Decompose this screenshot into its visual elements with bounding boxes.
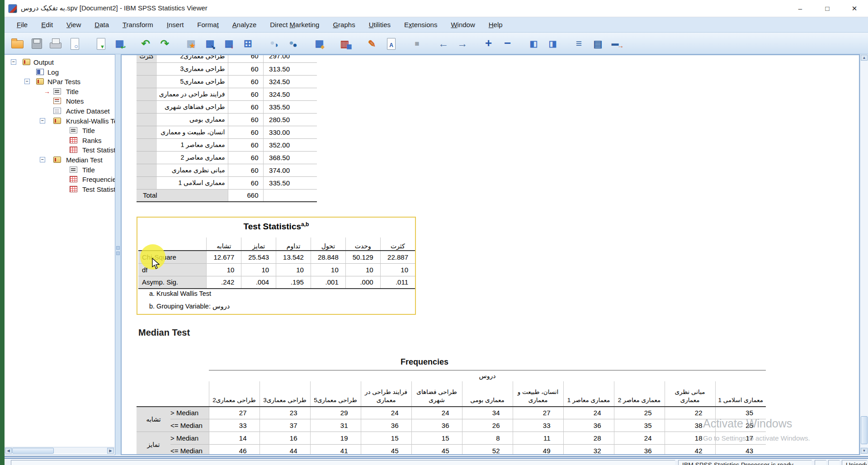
show-outline-icon-glyph: ≡ [576, 38, 582, 48]
back-icon[interactable]: ← [435, 35, 452, 52]
freq-value-cell: 42 [665, 445, 715, 456]
pivot-table-icon-glyph: ▦ [346, 43, 352, 49]
scroll-down-icon[interactable]: ▼ [861, 448, 868, 454]
export-output-icon[interactable]: ▬→ [609, 35, 625, 52]
goto-case-icon[interactable]: ▦↘ [202, 35, 218, 52]
menu-insert[interactable]: Insert [160, 17, 191, 33]
outline-item-ranks[interactable]: Ranks [5, 136, 115, 145]
ts-value-cell: 25.543 [241, 251, 276, 263]
menu-utilities[interactable]: Utilities [362, 17, 397, 33]
insert-text-icon[interactable]: A [382, 35, 399, 52]
outline-item-output[interactable]: −Output [5, 57, 115, 67]
outline-item-title[interactable]: →Title [5, 87, 115, 96]
tree-expander-icon[interactable]: − [40, 118, 45, 123]
menu-file[interactable]: File [10, 17, 34, 33]
goto-output-icon[interactable]: ▦★ [183, 35, 199, 52]
save-icon[interactable] [28, 35, 45, 52]
scroll-right-icon[interactable]: ▶ [107, 448, 114, 454]
export-icon[interactable]: ▼ [92, 35, 109, 52]
menu-transform[interactable]: Transform [116, 17, 160, 33]
outline-scroll-thumb[interactable] [12, 448, 54, 454]
undo-icon[interactable]: ↶ [137, 35, 154, 52]
ranks-row: طراحی معماری360313.50 [137, 62, 317, 75]
promote-icon[interactable]: ◧ [525, 35, 542, 52]
vertical-scrollbar[interactable]: ▲ ▼ [860, 54, 868, 455]
outline-item-title[interactable]: Title [5, 126, 115, 135]
ranks-group-cell [137, 75, 157, 88]
freq-value-cell: 36 [614, 445, 665, 456]
menu-format[interactable]: Format [190, 17, 226, 33]
minimize-button[interactable]: – [787, 0, 814, 17]
edit-icon[interactable]: ✎ [363, 35, 380, 52]
show-outline-icon[interactable]: ≡ [571, 35, 587, 52]
outline-horizontal-scrollbar[interactable]: ◀ ▶ [5, 447, 114, 454]
pane-splitter[interactable] [115, 54, 121, 455]
menu-analyze[interactable]: Analyze [226, 17, 263, 33]
outline-item-kruskal-wallis-test[interactable]: −Kruskal-Wallis Test [5, 116, 115, 126]
ranks-course-cell: مبانی نظری معماری [157, 164, 228, 176]
splitter-handle[interactable] [116, 246, 120, 250]
select-cases-icon[interactable]: ●● [285, 35, 302, 52]
remove-item-icon[interactable]: − [499, 35, 516, 52]
toolbar-group: ○ [9, 35, 85, 52]
outline-item-title[interactable]: Title [5, 165, 115, 175]
outline-item-frequencies[interactable]: Frequencies [5, 175, 115, 184]
menu-extensions[interactable]: Extensions [397, 17, 444, 33]
freq-value-cell: 24 [361, 407, 411, 419]
freq-value-cell: 25 [614, 407, 665, 419]
ranks-row: معماری معاصر 160352.00 [137, 138, 317, 151]
scroll-thumb[interactable] [861, 416, 868, 444]
frequencies-table[interactable]: دروسطراحی معماری2طراحی معماری3طراحی معما… [137, 370, 766, 455]
recall-dialog-icon[interactable]: ▦↩ [111, 35, 128, 52]
outline-item-notes[interactable]: Notes [5, 96, 115, 106]
value-labels-icon[interactable]: ▦◆ [311, 35, 328, 52]
book-icon [36, 78, 44, 85]
tree-expander-icon[interactable]: − [24, 79, 30, 84]
menu-window[interactable]: Window [444, 17, 481, 33]
outline-item-active-dataset[interactable]: Active Dataset [5, 106, 115, 116]
footnote-a: a. Kruskal Wallis Test [149, 290, 211, 297]
variables-icon[interactable]: ⊞ [240, 35, 256, 52]
outline-item-median-test[interactable]: −Median Test [5, 155, 115, 165]
tree-expander-icon[interactable]: − [40, 157, 45, 162]
pivot-table-icon[interactable]: ▥▦ [337, 35, 354, 52]
menu-bar: FileEditViewDataTransformInsertFormatAna… [5, 17, 868, 33]
print-icon[interactable] [47, 35, 64, 52]
menu-direct-marketing[interactable]: Direct Marketing [263, 17, 326, 33]
outline-item-test-statistics[interactable]: Test Statistics [5, 145, 115, 155]
ranks-table[interactable]: كثرتطراحی معماری260297.00طراحی معماری360… [137, 54, 317, 202]
scroll-left-icon[interactable]: ◀ [5, 448, 12, 454]
stop-icon[interactable]: ■ [409, 35, 425, 52]
outline-item-npar-tests[interactable]: −NPar Tests [5, 77, 115, 86]
print-preview-icon[interactable]: ○ [66, 35, 83, 52]
test-statistics-table[interactable]: Test Statisticsa,b تشابهتمایزتداومتحولوح… [137, 217, 416, 315]
splitter-handle[interactable] [116, 251, 120, 255]
menu-view[interactable]: View [60, 17, 88, 33]
tree-expander-icon[interactable]: − [11, 59, 16, 65]
collapse-icon[interactable]: ▤ [590, 35, 606, 52]
demote-icon[interactable]: ◨ [544, 35, 561, 52]
outline-item-test-statistics[interactable]: Test Statistics [5, 185, 115, 194]
menu-data[interactable]: Data [88, 17, 116, 33]
print-preview-icon-glyph: ○ [74, 43, 78, 49]
insert-heading-icon[interactable]: + [480, 35, 497, 52]
freq-column-header: طراحی معماری2 [209, 381, 259, 407]
close-button[interactable]: ✕ [841, 0, 868, 17]
maximize-button[interactable]: □ [814, 0, 841, 17]
toolbar: ○▼▦↩↶↷▦★▦↘▦↓⊞●◑●●▦◆▥▦✎A■←→+−◧◨≡▤▬→ [5, 33, 868, 54]
menu-graphs[interactable]: Graphs [326, 17, 362, 33]
ranks-row: فرایند طراحی در معماری60324.50 [137, 88, 317, 100]
ranks-meanrank-cell: 335.50 [263, 176, 317, 189]
redo-icon[interactable]: ↷ [156, 35, 173, 52]
freq-group-cell: تشابه [137, 407, 170, 432]
menu-help[interactable]: Help [482, 17, 509, 33]
forward-icon[interactable]: → [454, 35, 471, 52]
scroll-up-icon[interactable]: ▲ [861, 55, 868, 61]
menu-edit[interactable]: Edit [34, 17, 60, 33]
value-labels-icon-glyph: ◆ [321, 44, 324, 49]
ranks-n-cell: 60 [228, 164, 263, 176]
split-file-icon[interactable]: ●◑ [266, 35, 283, 52]
outline-item-log[interactable]: Log [5, 67, 115, 77]
goto-variable-icon[interactable]: ▦↓ [221, 35, 237, 52]
open-file-icon[interactable] [9, 35, 26, 52]
